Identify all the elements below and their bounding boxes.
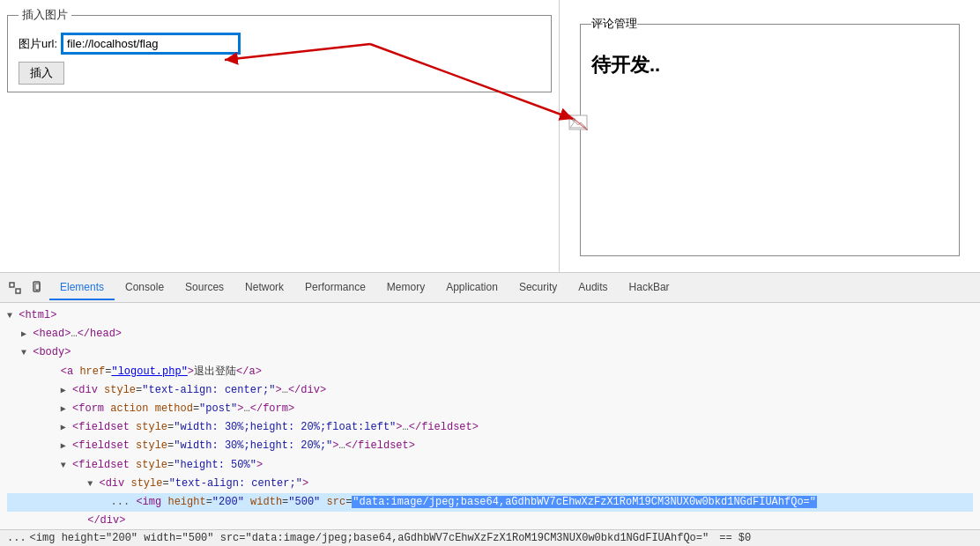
comment-fieldset: 评论管理 待开发.. bbox=[580, 16, 960, 256]
html-line-html: ▼ <html> bbox=[7, 306, 973, 325]
tab-performance[interactable]: Performance bbox=[294, 276, 376, 300]
html-line-form: ▶ <form action method="post">…</form> bbox=[7, 400, 973, 418]
tab-sources[interactable]: Sources bbox=[174, 276, 234, 300]
top-section: 插入图片 图片url: 插入 评论管理 待开发.. bbox=[0, 0, 980, 273]
comment-status: 待开发.. bbox=[591, 52, 948, 78]
collapse-form[interactable]: ▶ bbox=[61, 404, 66, 414]
devtools-content: ▼ <html> ▶ <head>…</head> ▼ <body> <a hr… bbox=[0, 303, 980, 529]
devtools-tabs: Elements Console Sources Network Perform… bbox=[49, 276, 680, 300]
svg-rect-8 bbox=[10, 283, 14, 287]
collapse-head[interactable]: ▶ bbox=[21, 329, 26, 339]
img-url-label: 图片url: bbox=[19, 36, 57, 52]
comment-legend: 评论管理 bbox=[591, 16, 637, 32]
tab-security[interactable]: Security bbox=[509, 276, 568, 300]
insert-image-legend: 插入图片 bbox=[19, 7, 71, 23]
collapse-fs1[interactable]: ▶ bbox=[61, 423, 66, 432]
devtools-toolbar: Elements Console Sources Network Perform… bbox=[0, 273, 980, 303]
img-url-input[interactable] bbox=[63, 34, 239, 53]
html-line-body: ▼ <body> bbox=[7, 343, 973, 362]
html-line-div2-close: </div> bbox=[7, 512, 973, 529]
broken-img-svg bbox=[568, 114, 588, 130]
img-tag-status: <img height="200" width="500" src="data:… bbox=[30, 532, 709, 544]
right-panel: 评论管理 待开发.. bbox=[560, 0, 980, 272]
left-panel: 插入图片 图片url: 插入 bbox=[0, 0, 560, 272]
collapse-html[interactable]: ▼ bbox=[7, 311, 12, 321]
tab-audits[interactable]: Audits bbox=[568, 276, 618, 300]
devtools-status-bar: ... <img height="200" width="500" src="d… bbox=[0, 529, 980, 546]
device-toolbar-btn[interactable] bbox=[26, 277, 49, 299]
collapse-fs2[interactable]: ▶ bbox=[61, 441, 66, 451]
svg-rect-9 bbox=[16, 289, 20, 293]
tab-application[interactable]: Application bbox=[435, 276, 509, 300]
html-line-div2: ▼ <div style="text-align: center;"> bbox=[7, 475, 973, 493]
html-line-fieldset1: ▶ <fieldset style="width: 30%;height: 20… bbox=[7, 418, 973, 437]
broken-image-icon bbox=[568, 114, 595, 136]
collapse-div1[interactable]: ▶ bbox=[61, 386, 66, 395]
tab-elements[interactable]: Elements bbox=[49, 276, 115, 300]
collapse-body[interactable]: ▼ bbox=[21, 348, 26, 358]
html-line-head: ▶ <head>…</head> bbox=[7, 325, 973, 343]
status-dots: ... bbox=[7, 532, 26, 544]
tab-hackbar[interactable]: HackBar bbox=[619, 276, 680, 300]
img-url-row: 图片url: bbox=[19, 34, 540, 53]
inspect-element-btn[interactable] bbox=[4, 277, 26, 299]
tab-memory[interactable]: Memory bbox=[376, 276, 435, 300]
html-line-img[interactable]: ... <img height="200" width="500" src="d… bbox=[7, 493, 973, 512]
tab-network[interactable]: Network bbox=[234, 276, 294, 300]
insert-button[interactable]: 插入 bbox=[19, 62, 64, 85]
html-line-div1: ▶ <div style="text-align: center;">…</di… bbox=[7, 381, 973, 400]
insert-image-fieldset: 插入图片 图片url: 插入 bbox=[7, 7, 552, 92]
tab-console[interactable]: Console bbox=[115, 276, 174, 300]
collapse-fs3[interactable]: ▼ bbox=[61, 461, 66, 470]
html-line-fieldset2: ▶ <fieldset style="width: 30%;height: 20… bbox=[7, 437, 973, 455]
collapse-div2[interactable]: ▼ bbox=[87, 479, 93, 489]
html-line-fieldset3: ▼ <fieldset style="height: 50%"> bbox=[7, 456, 973, 475]
eq-sign: == $0 bbox=[719, 532, 751, 544]
devtools-panel: Elements Console Sources Network Perform… bbox=[0, 273, 980, 546]
html-line-a: <a href="logout.php">退出登陆</a> bbox=[7, 363, 973, 381]
